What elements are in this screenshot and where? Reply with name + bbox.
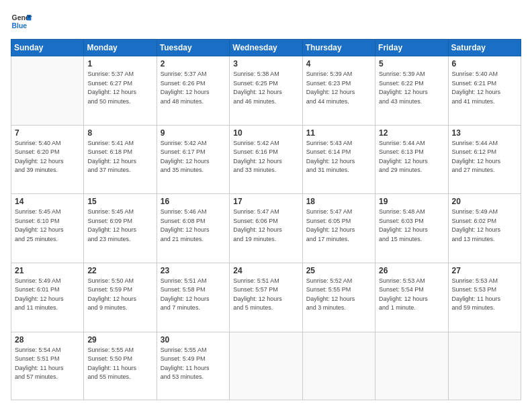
- weekday-header-friday: Friday: [375, 40, 448, 56]
- calendar-cell: 24Sunrise: 5:51 AM Sunset: 5:57 PM Dayli…: [230, 263, 302, 332]
- day-number: 26: [379, 266, 444, 275]
- calendar-cell: 18Sunrise: 5:47 AM Sunset: 6:05 PM Dayli…: [302, 194, 375, 263]
- header: General Blue: [11, 11, 521, 32]
- day-info: Sunrise: 5:41 AM Sunset: 6:18 PM Dayligh…: [87, 139, 152, 175]
- day-number: 5: [379, 59, 444, 68]
- calendar-cell: 19Sunrise: 5:48 AM Sunset: 6:03 PM Dayli…: [375, 194, 448, 263]
- day-info: Sunrise: 5:39 AM Sunset: 6:23 PM Dayligh…: [306, 70, 371, 106]
- day-info: Sunrise: 5:47 AM Sunset: 6:06 PM Dayligh…: [233, 208, 298, 244]
- calendar-cell: 22Sunrise: 5:50 AM Sunset: 5:59 PM Dayli…: [84, 263, 157, 332]
- day-number: 6: [452, 59, 517, 68]
- day-info: Sunrise: 5:49 AM Sunset: 6:02 PM Dayligh…: [452, 208, 517, 244]
- calendar-cell: 23Sunrise: 5:51 AM Sunset: 5:58 PM Dayli…: [157, 263, 229, 332]
- day-number: 29: [87, 335, 152, 345]
- calendar-cell: 21Sunrise: 5:49 AM Sunset: 6:01 PM Dayli…: [11, 263, 84, 332]
- day-number: 13: [452, 128, 517, 138]
- calendar-week-row: 21Sunrise: 5:49 AM Sunset: 6:01 PM Dayli…: [11, 263, 521, 332]
- day-info: Sunrise: 5:44 AM Sunset: 6:12 PM Dayligh…: [452, 139, 517, 175]
- day-number: 7: [15, 128, 80, 138]
- day-info: Sunrise: 5:47 AM Sunset: 6:05 PM Dayligh…: [306, 208, 371, 244]
- calendar-cell: 20Sunrise: 5:49 AM Sunset: 6:02 PM Dayli…: [448, 194, 521, 263]
- day-info: Sunrise: 5:40 AM Sunset: 6:21 PM Dayligh…: [452, 70, 517, 106]
- calendar-cell: [448, 332, 521, 400]
- calendar-cell: [11, 56, 84, 126]
- day-number: 18: [306, 197, 371, 206]
- day-info: Sunrise: 5:45 AM Sunset: 6:10 PM Dayligh…: [15, 208, 80, 244]
- day-info: Sunrise: 5:55 AM Sunset: 5:49 PM Dayligh…: [161, 346, 226, 382]
- day-number: 9: [161, 128, 226, 138]
- calendar-cell: 14Sunrise: 5:45 AM Sunset: 6:10 PM Dayli…: [11, 194, 84, 263]
- weekday-header-thursday: Thursday: [302, 40, 375, 56]
- day-number: 30: [161, 335, 226, 345]
- day-info: Sunrise: 5:43 AM Sunset: 6:14 PM Dayligh…: [306, 139, 371, 175]
- day-info: Sunrise: 5:40 AM Sunset: 6:20 PM Dayligh…: [15, 139, 80, 175]
- calendar-cell: 15Sunrise: 5:45 AM Sunset: 6:09 PM Dayli…: [84, 194, 157, 263]
- calendar-cell: 9Sunrise: 5:42 AM Sunset: 6:17 PM Daylig…: [157, 125, 229, 194]
- day-number: 2: [161, 59, 226, 68]
- calendar-cell: 27Sunrise: 5:53 AM Sunset: 5:53 PM Dayli…: [448, 263, 521, 332]
- day-info: Sunrise: 5:50 AM Sunset: 5:59 PM Dayligh…: [87, 277, 152, 313]
- day-number: 3: [233, 59, 298, 68]
- day-number: 19: [379, 197, 444, 206]
- calendar-week-row: 1Sunrise: 5:37 AM Sunset: 6:27 PM Daylig…: [11, 56, 521, 126]
- day-info: Sunrise: 5:49 AM Sunset: 6:01 PM Dayligh…: [15, 277, 80, 313]
- weekday-header-monday: Monday: [84, 40, 157, 56]
- day-info: Sunrise: 5:51 AM Sunset: 5:57 PM Dayligh…: [233, 277, 298, 313]
- day-info: Sunrise: 5:52 AM Sunset: 5:55 PM Dayligh…: [306, 277, 371, 313]
- calendar-cell: 2Sunrise: 5:37 AM Sunset: 6:26 PM Daylig…: [157, 56, 229, 126]
- day-info: Sunrise: 5:46 AM Sunset: 6:08 PM Dayligh…: [161, 208, 226, 244]
- calendar-table: SundayMondayTuesdayWednesdayThursdayFrid…: [11, 39, 521, 400]
- day-number: 24: [233, 266, 298, 275]
- calendar-cell: 4Sunrise: 5:39 AM Sunset: 6:23 PM Daylig…: [302, 56, 375, 126]
- calendar-cell: 26Sunrise: 5:53 AM Sunset: 5:54 PM Dayli…: [375, 263, 448, 332]
- calendar-cell: 11Sunrise: 5:43 AM Sunset: 6:14 PM Dayli…: [302, 125, 375, 194]
- day-number: 28: [15, 335, 80, 345]
- calendar-cell: 13Sunrise: 5:44 AM Sunset: 6:12 PM Dayli…: [448, 125, 521, 194]
- calendar-cell: 6Sunrise: 5:40 AM Sunset: 6:21 PM Daylig…: [448, 56, 521, 126]
- weekday-header-wednesday: Wednesday: [230, 40, 302, 56]
- day-number: 25: [306, 266, 371, 275]
- calendar-cell: 30Sunrise: 5:55 AM Sunset: 5:49 PM Dayli…: [157, 332, 229, 400]
- calendar-cell: 25Sunrise: 5:52 AM Sunset: 5:55 PM Dayli…: [302, 263, 375, 332]
- day-info: Sunrise: 5:54 AM Sunset: 5:51 PM Dayligh…: [15, 346, 80, 382]
- day-number: 14: [15, 197, 80, 206]
- day-info: Sunrise: 5:44 AM Sunset: 6:13 PM Dayligh…: [379, 139, 444, 175]
- weekday-header-tuesday: Tuesday: [157, 40, 229, 56]
- calendar-cell: 5Sunrise: 5:39 AM Sunset: 6:22 PM Daylig…: [375, 56, 448, 126]
- day-number: 21: [15, 266, 80, 275]
- weekday-header-saturday: Saturday: [448, 40, 521, 56]
- logo-icon: General Blue: [11, 11, 32, 32]
- weekday-header-sunday: Sunday: [11, 40, 84, 56]
- day-info: Sunrise: 5:37 AM Sunset: 6:26 PM Dayligh…: [161, 70, 226, 106]
- day-number: 27: [452, 266, 517, 275]
- day-number: 20: [452, 197, 517, 206]
- day-number: 12: [379, 128, 444, 138]
- day-number: 11: [306, 128, 371, 138]
- day-info: Sunrise: 5:38 AM Sunset: 6:25 PM Dayligh…: [233, 70, 298, 106]
- calendar-cell: 7Sunrise: 5:40 AM Sunset: 6:20 PM Daylig…: [11, 125, 84, 194]
- day-number: 8: [87, 128, 152, 138]
- day-info: Sunrise: 5:55 AM Sunset: 5:50 PM Dayligh…: [87, 346, 152, 382]
- calendar-cell: 17Sunrise: 5:47 AM Sunset: 6:06 PM Dayli…: [230, 194, 302, 263]
- day-info: Sunrise: 5:48 AM Sunset: 6:03 PM Dayligh…: [379, 208, 444, 244]
- calendar-cell: 3Sunrise: 5:38 AM Sunset: 6:25 PM Daylig…: [230, 56, 302, 126]
- calendar-cell: [302, 332, 375, 400]
- calendar-week-row: 14Sunrise: 5:45 AM Sunset: 6:10 PM Dayli…: [11, 194, 521, 263]
- day-number: 1: [87, 59, 152, 68]
- calendar-cell: [375, 332, 448, 400]
- calendar-cell: 16Sunrise: 5:46 AM Sunset: 6:08 PM Dayli…: [157, 194, 229, 263]
- calendar-cell: 29Sunrise: 5:55 AM Sunset: 5:50 PM Dayli…: [84, 332, 157, 400]
- calendar-cell: 12Sunrise: 5:44 AM Sunset: 6:13 PM Dayli…: [375, 125, 448, 194]
- day-number: 10: [233, 128, 298, 138]
- calendar-cell: 8Sunrise: 5:41 AM Sunset: 6:18 PM Daylig…: [84, 125, 157, 194]
- svg-text:Blue: Blue: [12, 22, 28, 30]
- calendar-cell: 10Sunrise: 5:42 AM Sunset: 6:16 PM Dayli…: [230, 125, 302, 194]
- day-number: 16: [161, 197, 226, 206]
- day-info: Sunrise: 5:39 AM Sunset: 6:22 PM Dayligh…: [379, 70, 444, 106]
- day-number: 15: [87, 197, 152, 206]
- day-info: Sunrise: 5:42 AM Sunset: 6:17 PM Dayligh…: [161, 139, 226, 175]
- day-info: Sunrise: 5:53 AM Sunset: 5:53 PM Dayligh…: [452, 277, 517, 313]
- day-number: 22: [87, 266, 152, 275]
- day-number: 17: [233, 197, 298, 206]
- day-number: 4: [306, 59, 371, 68]
